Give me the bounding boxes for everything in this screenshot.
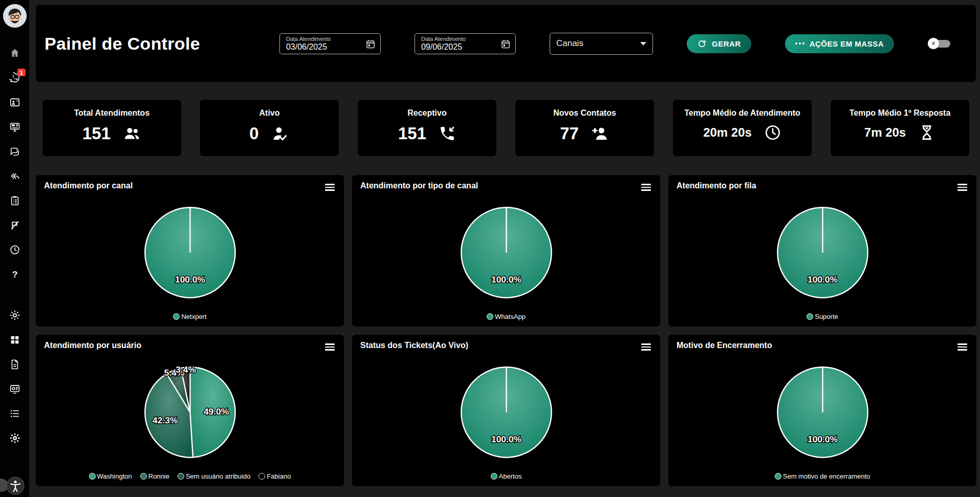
page-title: Painel de Controle: [45, 34, 200, 54]
stat-title: Total Atendimentos: [42, 109, 181, 118]
monitor-icon: [9, 121, 20, 133]
sidebar-item-documents[interactable]: [9, 359, 20, 370]
chart-menu-icon[interactable]: [956, 181, 968, 193]
date-to-input[interactable]: Data Atendimento 09/06/2025: [415, 33, 516, 54]
refresh-icon: [697, 39, 707, 49]
legend-item[interactable]: Netxpert: [173, 313, 206, 320]
sidebar-item-home[interactable]: [9, 48, 20, 59]
legend-label: Fabiano: [267, 472, 291, 480]
sidebar-item-modules[interactable]: [9, 334, 20, 345]
accessibility-button[interactable]: [6, 477, 25, 495]
legend-item[interactable]: Fabiano: [258, 472, 291, 480]
sidebar-item-logs[interactable]: [9, 408, 20, 419]
chart-legend: Suporte: [677, 312, 968, 322]
calendar-icon[interactable]: [500, 39, 511, 51]
pie-percent-label: 100.0%: [491, 274, 521, 285]
chart-card-atendimento-por-usuario: Atendimento por usuário 49.0%42.3%5.4%3.…: [36, 335, 344, 486]
stat-card-tempo-medio-atendimento: Tempo Médio de Atendimento 20m 20s: [673, 100, 812, 156]
legend-item[interactable]: Washington: [89, 472, 132, 480]
legend-color-dot: [178, 473, 184, 480]
chevron-down-icon: [640, 42, 646, 46]
legend-item[interactable]: Abertos: [491, 472, 522, 480]
gear-bold-icon: [9, 433, 20, 444]
channels-select[interactable]: Canais: [550, 33, 653, 55]
notification-badge: 1: [17, 69, 26, 76]
channels-select-value: Canais: [556, 38, 583, 49]
sidebar-item-settings[interactable]: [9, 310, 20, 321]
grid-modules-icon: [9, 334, 20, 345]
sidebar-item-dashboard[interactable]: [9, 121, 20, 133]
pie-percent-label: 42.3%: [153, 415, 178, 425]
stat-title: Receptivo: [358, 109, 496, 118]
chart-card-atendimento-por-canal: Atendimento por canal 100.0% Netxpert: [36, 175, 344, 327]
clipboard-list-icon: [9, 195, 20, 206]
reply-all-icon: [9, 170, 20, 182]
clock-icon: [9, 244, 20, 255]
pie-percent-label: 100.0%: [491, 434, 521, 444]
sidebar-item-campaigns-off[interactable]: [9, 220, 20, 231]
stat-value: 77: [560, 124, 579, 143]
legend-color-dot: [775, 473, 781, 480]
phone-incoming-icon: [439, 125, 456, 142]
document-icon: [9, 359, 20, 370]
chart-menu-icon[interactable]: [956, 341, 968, 353]
screen-coin-icon: [9, 383, 20, 395]
pie-percent-label: 100.0%: [807, 434, 838, 444]
sidebar-item-contacts[interactable]: [9, 97, 20, 108]
sidebar-item-quick-replies[interactable]: [9, 170, 20, 182]
chart-menu-icon[interactable]: [640, 341, 652, 353]
sidebar-item-chats[interactable]: [9, 146, 20, 157]
date-from-label: Data Atendimento: [286, 36, 375, 42]
legend-item[interactable]: Suporte: [807, 313, 838, 320]
sidebar-item-conversations[interactable]: 1: [9, 72, 20, 83]
pie-chart: 100.0%: [360, 193, 652, 312]
main-content: Painel de Controle Data Atendimento 03/0…: [29, 0, 980, 486]
header-controls: Data Atendimento 03/06/2025 Data Atendim…: [279, 33, 950, 55]
legend-item[interactable]: Ronnie: [140, 472, 169, 480]
legend-label: Suporte: [815, 313, 838, 320]
accessibility-icon: [6, 477, 25, 495]
chart-title: Atendimento por canal: [44, 181, 133, 190]
chart-legend: Sem motivo de encerramento: [677, 471, 968, 482]
legend-item[interactable]: Sem usuário atribuido: [178, 472, 250, 480]
bulk-actions-button[interactable]: AÇÕES EM MASSA: [785, 34, 894, 53]
legend-item[interactable]: Sem motivo de encerramento: [775, 472, 870, 480]
legend-color-dot: [89, 473, 96, 480]
chart-menu-icon[interactable]: [640, 181, 652, 193]
stat-value: 151: [82, 124, 111, 143]
gear-icon: [9, 310, 20, 321]
user-avatar[interactable]: [3, 4, 27, 28]
sidebar-item-tasks[interactable]: [9, 195, 20, 206]
chart-menu-icon[interactable]: [324, 341, 336, 353]
legend-item[interactable]: WhatsApp: [487, 313, 526, 320]
svg-text:?: ?: [12, 269, 17, 279]
stat-card-ativo: Ativo 0: [200, 100, 339, 156]
header-toggle[interactable]: ×: [928, 38, 950, 49]
stat-card-novos-contatos: Novos Contatos 77: [515, 100, 654, 156]
stat-card-total-atendimentos: Total Atendimentos 151: [42, 100, 181, 156]
calendar-icon[interactable]: [365, 39, 376, 51]
pie-percent-label: 100.0%: [807, 274, 838, 285]
chart-menu-icon[interactable]: [324, 181, 336, 193]
legend-label: Washington: [97, 472, 132, 480]
toggle-thumb: ×: [928, 38, 939, 49]
chart-legend: WashingtonRonnieSem usuário atribuidoFab…: [44, 471, 336, 482]
legend-label: WhatsApp: [495, 313, 526, 320]
generate-button[interactable]: GERAR: [687, 34, 751, 53]
stat-value: 20m 20s: [703, 125, 752, 140]
sidebar-item-help[interactable]: ?: [9, 269, 20, 280]
help-icon: ?: [9, 269, 20, 280]
legend-color-dot: [807, 313, 813, 320]
chart-legend: Netxpert: [44, 312, 336, 322]
legend-color-dot: [487, 313, 493, 320]
chart-title: Atendimento por tipo de canal: [360, 181, 478, 190]
bullet-list-icon: [9, 408, 20, 419]
stat-value: 7m 20s: [864, 125, 906, 140]
sidebar-item-schedule[interactable]: [9, 244, 20, 255]
sidebar-item-billing[interactable]: [9, 383, 20, 395]
sidebar-item-admin-settings[interactable]: [9, 433, 20, 444]
stat-title: Ativo: [200, 109, 339, 118]
date-from-input[interactable]: Data Atendimento 03/06/2025: [279, 33, 381, 54]
legend-color-dot: [258, 473, 265, 480]
flag-slash-icon: [9, 220, 20, 231]
